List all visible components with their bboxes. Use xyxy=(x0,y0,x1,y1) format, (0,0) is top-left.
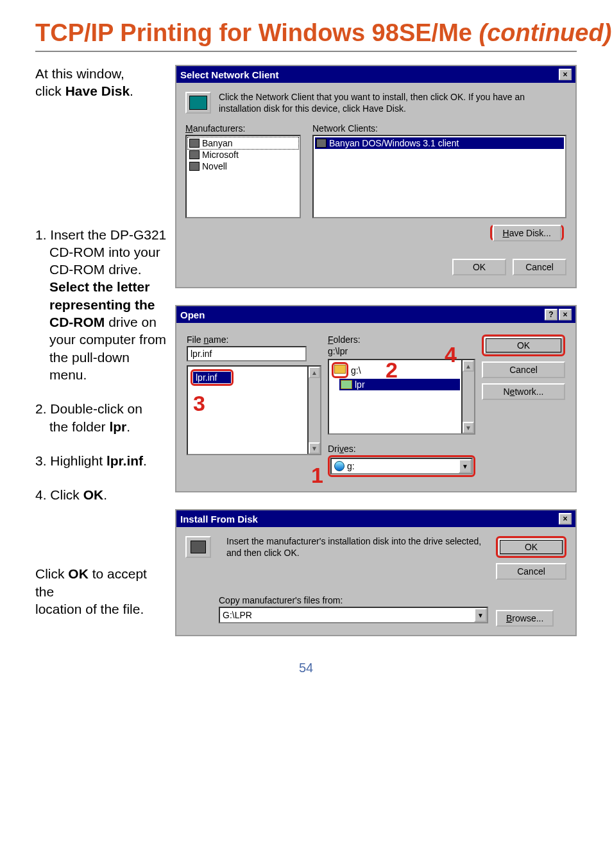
network-client-icon xyxy=(185,92,211,114)
close-icon[interactable]: × xyxy=(559,69,572,80)
manufacturers-list[interactable]: Banyan Microsoft Novell xyxy=(185,135,301,218)
cancel-button[interactable]: Cancel xyxy=(482,361,565,378)
folder-icon xyxy=(334,365,346,374)
list-item[interactable]: Microsoft xyxy=(188,149,298,161)
list-item[interactable]: lpr.inf xyxy=(193,372,231,383)
dialog-titlebar[interactable]: Open ? × xyxy=(176,306,575,323)
copy-from-label: Copy manufacturer's files from: xyxy=(219,595,488,605)
folders-list[interactable]: g:\ lpr ▲ ▼ xyxy=(328,359,475,435)
page-number: 54 xyxy=(35,661,577,675)
step-3: 3. Highlight lpr.inf. xyxy=(35,452,169,469)
manufacturers-label: Manufacturers: xyxy=(185,123,301,134)
list-item[interactable]: Banyan xyxy=(188,137,298,149)
computer-icon xyxy=(316,139,327,148)
network-clients-list[interactable]: Banyan DOS/Windows 3.1 client xyxy=(312,135,566,218)
file-list[interactable]: lpr.inf ▲ ▼ xyxy=(187,365,321,455)
scrollbar[interactable]: ▲ ▼ xyxy=(461,360,474,433)
title-suffix: (continued) xyxy=(479,19,611,46)
cd-icon xyxy=(334,461,344,471)
computer-icon xyxy=(189,162,200,171)
list-item[interactable]: Novell xyxy=(188,161,298,172)
file-name-label: File name: xyxy=(187,334,321,345)
highlight-ring: g: ▼ xyxy=(328,455,475,477)
computer-icon xyxy=(189,150,200,159)
open-dialog: Open ? × File name: lp xyxy=(175,305,577,492)
file-name-input[interactable] xyxy=(187,346,307,361)
folders-label: Folders: xyxy=(328,334,475,345)
highlight-ring: lpr.inf xyxy=(191,369,234,386)
copy-from-dropdown[interactable]: G:\LPR ▼ xyxy=(219,607,488,623)
select-network-client-dialog: Select Network Client × Click the Networ… xyxy=(175,65,577,288)
page-title: TCP/IP Printing for Windows 98SE/Me (con… xyxy=(35,19,577,47)
help-icon[interactable]: ? xyxy=(545,309,557,320)
list-item[interactable]: lpr xyxy=(339,379,460,390)
scroll-up-icon[interactable]: ▲ xyxy=(463,360,474,372)
intro-text: At this window, click Have Disk. xyxy=(35,65,169,100)
drives-label: Drives: xyxy=(328,444,475,454)
intro-line2: click Have Disk. xyxy=(35,82,169,100)
disk-icon xyxy=(185,536,211,558)
dialog-titlebar[interactable]: Select Network Client × xyxy=(176,66,575,83)
network-clients-label: Network Clients: xyxy=(312,123,566,134)
ok-button[interactable]: OK xyxy=(484,337,563,354)
chevron-down-icon[interactable]: ▼ xyxy=(459,459,472,473)
step-2: 2. Double-click on the folder lpr. xyxy=(35,400,169,435)
intro-line1: At this window, xyxy=(35,65,169,82)
close-icon[interactable]: × xyxy=(559,309,572,320)
step-1: 1. Insert the DP-G321 CD-ROM into your C… xyxy=(35,226,169,384)
title-divider xyxy=(35,51,577,52)
scroll-down-icon[interactable]: ▼ xyxy=(309,442,320,454)
browse-button[interactable]: Browse... xyxy=(496,610,554,627)
scroll-down-icon[interactable]: ▼ xyxy=(463,422,474,433)
dialog-hint: Insert the manufacturer's installation d… xyxy=(226,536,488,580)
close-icon[interactable]: × xyxy=(559,513,572,525)
network-button[interactable]: Network... xyxy=(482,383,565,400)
chevron-down-icon[interactable]: ▼ xyxy=(474,608,487,622)
highlight-ring: OK xyxy=(496,536,566,558)
dialog-title: Install From Disk xyxy=(180,514,557,525)
ok-button[interactable]: OK xyxy=(452,259,506,275)
list-item[interactable]: g:\ xyxy=(330,361,460,379)
computer-icon xyxy=(189,139,200,148)
have-disk-button[interactable]: Have Disk... xyxy=(493,225,561,241)
drives-dropdown[interactable]: g: ▼ xyxy=(330,458,473,474)
list-item[interactable]: Banyan DOS/Windows 3.1 client xyxy=(315,137,564,149)
highlight-ring xyxy=(332,362,348,378)
dialog-title: Open xyxy=(180,309,543,320)
dialog-hint: Click the Network Client that you want t… xyxy=(219,92,566,114)
scrollbar[interactable]: ▲ ▼ xyxy=(307,367,320,454)
cancel-button[interactable]: Cancel xyxy=(496,563,566,580)
highlight-ring: Have Disk... xyxy=(490,225,564,241)
step-4: 4. Click OK. xyxy=(35,486,169,503)
title-main: TCP/IP Printing for Windows 98SE/Me xyxy=(35,19,479,46)
scroll-up-icon[interactable]: ▲ xyxy=(309,367,320,378)
dialog-title: Select Network Client xyxy=(180,69,557,80)
cancel-button[interactable]: Cancel xyxy=(513,259,566,275)
dialog-titlebar[interactable]: Install From Disk × xyxy=(176,510,575,527)
below-text: Click OK to accept the location of the f… xyxy=(35,565,169,618)
install-from-disk-dialog: Install From Disk × Insert the manufactu… xyxy=(175,509,577,636)
highlight-ring: OK xyxy=(482,334,565,356)
ok-button[interactable]: OK xyxy=(498,539,564,555)
folders-path: g:\lpr xyxy=(328,346,475,356)
folder-open-icon xyxy=(341,380,352,389)
